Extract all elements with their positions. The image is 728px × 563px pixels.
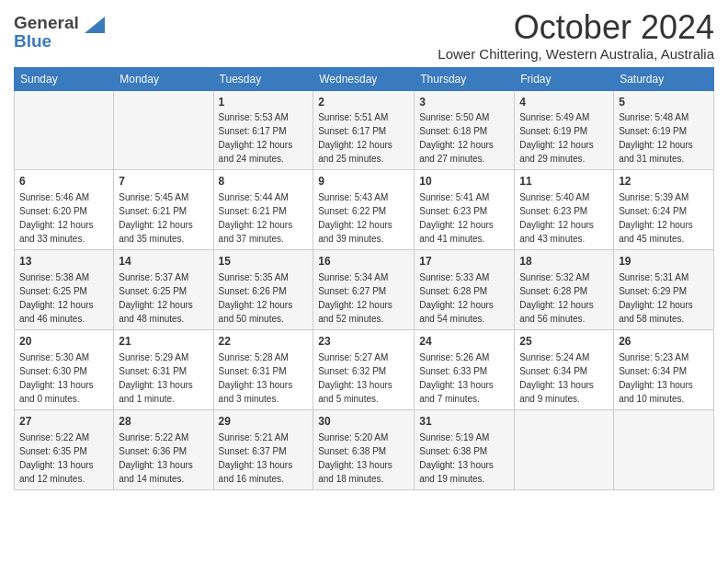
day-number: 12 — [619, 174, 709, 190]
day-number: 20 — [19, 334, 108, 350]
day-number: 15 — [219, 254, 309, 270]
day-number: 10 — [419, 174, 509, 190]
col-friday: Friday — [515, 67, 614, 90]
day-info: Sunrise: 5:44 AMSunset: 6:21 PMDaylight:… — [219, 192, 293, 244]
header: General Blue October 2024 Lower Chitteri… — [14, 9, 714, 62]
table-cell: 16 Sunrise: 5:34 AMSunset: 6:27 PMDaylig… — [313, 250, 415, 330]
day-info: Sunrise: 5:38 AMSunset: 6:25 PMDaylight:… — [19, 272, 94, 324]
col-sunday: Sunday — [15, 67, 114, 90]
table-cell: 19 Sunrise: 5:31 AMSunset: 6:29 PMDaylig… — [614, 250, 714, 330]
table-cell: 18 Sunrise: 5:32 AMSunset: 6:28 PMDaylig… — [515, 250, 614, 330]
col-tuesday: Tuesday — [213, 67, 313, 90]
day-info: Sunrise: 5:31 AMSunset: 6:29 PMDaylight:… — [619, 272, 693, 324]
week-row-1: 1 Sunrise: 5:53 AMSunset: 6:17 PMDayligh… — [15, 90, 714, 170]
day-info: Sunrise: 5:19 AMSunset: 6:38 PMDaylight:… — [419, 432, 494, 484]
day-number: 16 — [318, 254, 409, 270]
day-number: 9 — [318, 174, 409, 190]
calendar-header-row: Sunday Monday Tuesday Wednesday Thursday… — [15, 67, 714, 90]
table-cell: 26 Sunrise: 5:23 AMSunset: 6:34 PMDaylig… — [614, 329, 714, 409]
table-cell: 28 Sunrise: 5:22 AMSunset: 6:36 PMDaylig… — [114, 409, 213, 489]
table-cell: 31 Sunrise: 5:19 AMSunset: 6:38 PMDaylig… — [415, 409, 515, 489]
day-info: Sunrise: 5:40 AMSunset: 6:23 PMDaylight:… — [519, 192, 594, 244]
table-cell: 20 Sunrise: 5:30 AMSunset: 6:30 PMDaylig… — [15, 329, 114, 409]
table-cell: 4 Sunrise: 5:49 AMSunset: 6:19 PMDayligh… — [515, 90, 614, 170]
day-info: Sunrise: 5:39 AMSunset: 6:24 PMDaylight:… — [619, 192, 693, 244]
day-number: 23 — [318, 334, 409, 350]
logo-general: General — [14, 13, 79, 32]
table-cell: 12 Sunrise: 5:39 AMSunset: 6:24 PMDaylig… — [614, 170, 714, 250]
table-cell: 1 Sunrise: 5:53 AMSunset: 6:17 PMDayligh… — [213, 90, 313, 170]
day-number: 31 — [419, 414, 509, 430]
day-info: Sunrise: 5:37 AMSunset: 6:25 PMDaylight:… — [119, 272, 193, 324]
day-info: Sunrise: 5:33 AMSunset: 6:28 PMDaylight:… — [419, 272, 494, 324]
table-cell: 9 Sunrise: 5:43 AMSunset: 6:22 PMDayligh… — [313, 170, 415, 250]
day-number: 7 — [119, 174, 208, 190]
location-title: Lower Chittering, Western Australia, Aus… — [438, 46, 714, 62]
table-cell: 5 Sunrise: 5:48 AMSunset: 6:19 PMDayligh… — [614, 90, 714, 170]
day-number: 8 — [219, 174, 309, 190]
day-number: 14 — [119, 254, 208, 270]
day-info: Sunrise: 5:20 AMSunset: 6:38 PMDaylight:… — [318, 432, 392, 484]
day-number: 11 — [519, 174, 609, 190]
table-cell — [515, 409, 614, 489]
table-cell: 10 Sunrise: 5:41 AMSunset: 6:23 PMDaylig… — [415, 170, 515, 250]
table-cell: 21 Sunrise: 5:29 AMSunset: 6:31 PMDaylig… — [114, 329, 213, 409]
day-number: 4 — [519, 95, 609, 110]
day-info: Sunrise: 5:26 AMSunset: 6:33 PMDaylight:… — [419, 352, 494, 404]
day-info: Sunrise: 5:29 AMSunset: 6:31 PMDaylight:… — [119, 352, 193, 404]
day-info: Sunrise: 5:43 AMSunset: 6:22 PMDaylight:… — [318, 192, 392, 244]
day-number: 21 — [119, 334, 208, 350]
month-title: October 2024 — [438, 9, 714, 46]
day-number: 30 — [318, 414, 409, 430]
table-cell: 8 Sunrise: 5:44 AMSunset: 6:21 PMDayligh… — [213, 170, 313, 250]
day-info: Sunrise: 5:41 AMSunset: 6:23 PMDaylight:… — [419, 192, 494, 244]
table-cell: 13 Sunrise: 5:38 AMSunset: 6:25 PMDaylig… — [15, 250, 114, 330]
table-cell: 30 Sunrise: 5:20 AMSunset: 6:38 PMDaylig… — [313, 409, 415, 489]
col-wednesday: Wednesday — [313, 67, 415, 90]
title-block: October 2024 Lower Chittering, Western A… — [438, 9, 714, 62]
table-cell: 27 Sunrise: 5:22 AMSunset: 6:35 PMDaylig… — [15, 409, 114, 489]
week-row-5: 27 Sunrise: 5:22 AMSunset: 6:35 PMDaylig… — [15, 409, 714, 489]
page: General Blue October 2024 Lower Chitteri… — [0, 0, 728, 563]
table-cell: 3 Sunrise: 5:50 AMSunset: 6:18 PMDayligh… — [415, 90, 515, 170]
day-info: Sunrise: 5:23 AMSunset: 6:34 PMDaylight:… — [619, 352, 693, 404]
day-number: 29 — [219, 414, 309, 430]
day-number: 27 — [19, 414, 108, 430]
day-number: 17 — [419, 254, 509, 270]
table-cell: 24 Sunrise: 5:26 AMSunset: 6:33 PMDaylig… — [415, 329, 515, 409]
table-cell: 29 Sunrise: 5:21 AMSunset: 6:37 PMDaylig… — [213, 409, 313, 489]
week-row-2: 6 Sunrise: 5:46 AMSunset: 6:20 PMDayligh… — [15, 170, 714, 250]
svg-marker-0 — [85, 17, 105, 33]
day-info: Sunrise: 5:27 AMSunset: 6:32 PMDaylight:… — [318, 352, 392, 404]
day-number: 2 — [318, 95, 409, 110]
day-number: 5 — [619, 95, 709, 110]
day-info: Sunrise: 5:53 AMSunset: 6:17 PMDaylight:… — [219, 112, 293, 164]
logo-icon — [85, 17, 105, 33]
table-cell: 11 Sunrise: 5:40 AMSunset: 6:23 PMDaylig… — [515, 170, 614, 250]
table-cell: 7 Sunrise: 5:45 AMSunset: 6:21 PMDayligh… — [114, 170, 213, 250]
day-number: 1 — [219, 95, 309, 110]
day-info: Sunrise: 5:51 AMSunset: 6:17 PMDaylight:… — [318, 112, 392, 164]
table-cell: 25 Sunrise: 5:24 AMSunset: 6:34 PMDaylig… — [515, 329, 614, 409]
day-info: Sunrise: 5:48 AMSunset: 6:19 PMDaylight:… — [619, 112, 693, 164]
day-number: 22 — [219, 334, 309, 350]
day-info: Sunrise: 5:34 AMSunset: 6:27 PMDaylight:… — [318, 272, 392, 324]
day-info: Sunrise: 5:32 AMSunset: 6:28 PMDaylight:… — [519, 272, 594, 324]
table-cell — [15, 90, 114, 170]
day-number: 18 — [519, 254, 609, 270]
day-info: Sunrise: 5:50 AMSunset: 6:18 PMDaylight:… — [419, 112, 494, 164]
table-cell: 14 Sunrise: 5:37 AMSunset: 6:25 PMDaylig… — [114, 250, 213, 330]
day-number: 13 — [19, 254, 108, 270]
col-thursday: Thursday — [415, 67, 515, 90]
day-number: 3 — [419, 95, 509, 110]
day-info: Sunrise: 5:22 AMSunset: 6:35 PMDaylight:… — [19, 432, 94, 484]
day-info: Sunrise: 5:30 AMSunset: 6:30 PMDaylight:… — [19, 352, 94, 404]
week-row-3: 13 Sunrise: 5:38 AMSunset: 6:25 PMDaylig… — [15, 250, 714, 330]
day-number: 24 — [419, 334, 509, 350]
logo-blue: Blue — [14, 31, 51, 52]
day-number: 6 — [19, 174, 108, 190]
col-saturday: Saturday — [614, 67, 714, 90]
table-cell: 22 Sunrise: 5:28 AMSunset: 6:31 PMDaylig… — [213, 329, 313, 409]
day-number: 26 — [619, 334, 709, 350]
day-info: Sunrise: 5:28 AMSunset: 6:31 PMDaylight:… — [219, 352, 293, 404]
